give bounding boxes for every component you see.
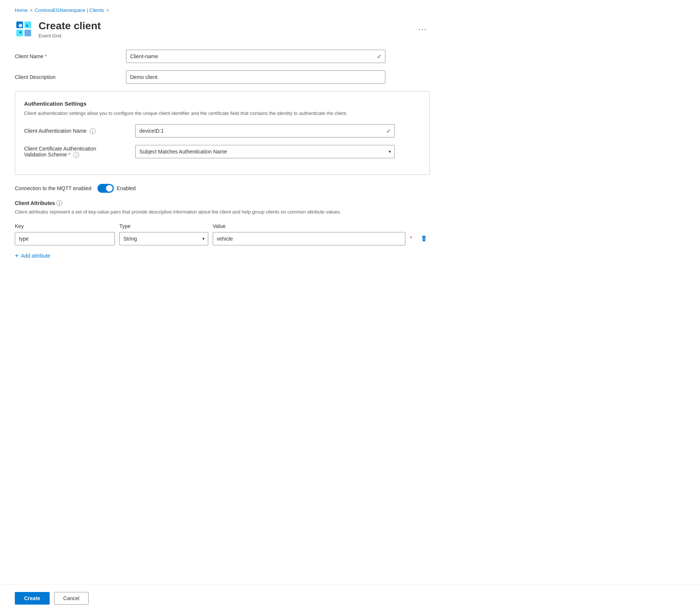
event-grid-icon	[15, 20, 33, 38]
attr-value-input-wrapper	[213, 232, 405, 245]
auth-name-row: Client Authentication Name i ✓	[24, 124, 421, 138]
attr-type-select-wrapper: String Integer Float Boolean ▾	[119, 232, 208, 245]
mqtt-toggle-container: Enabled	[97, 184, 136, 193]
auth-settings-title: Authentication Settings	[24, 100, 421, 107]
client-name-input-wrapper: ✓	[126, 50, 385, 63]
page-header: Create client Event Grid ···	[15, 20, 430, 39]
add-attribute-label: Add attribute	[21, 253, 50, 259]
client-description-input[interactable]	[126, 70, 385, 84]
breadcrumb-home[interactable]: Home	[15, 7, 28, 13]
add-attribute-button[interactable]: + Add attribute	[15, 250, 50, 262]
attr-delete-button[interactable]	[418, 233, 430, 245]
attr-value-header: Value	[213, 223, 430, 229]
page-subtitle: Event Grid	[39, 33, 409, 39]
mqtt-row: Connection to the MQTT enabled Enabled	[15, 184, 430, 193]
page-title-area: Create client Event Grid	[39, 20, 409, 39]
validation-required: *	[69, 152, 70, 158]
validation-scheme-label: Client Certificate Authentication Valida…	[24, 146, 128, 158]
breadcrumb-sep1: >	[30, 8, 33, 13]
auth-settings-box: Authentication Settings Client authentic…	[15, 91, 430, 175]
client-description-row: Client Description	[15, 70, 430, 84]
client-name-required: *	[45, 53, 47, 59]
attr-type-select[interactable]: String Integer Float Boolean	[119, 232, 208, 245]
auth-name-input-wrapper: ✓	[135, 124, 395, 138]
svg-point-4	[19, 24, 22, 27]
auth-name-info-icon[interactable]: i	[90, 128, 96, 134]
validation-scheme-select[interactable]: Subject Matches Authentication Name DNS …	[135, 145, 395, 158]
client-attributes-info-icon[interactable]: i	[56, 200, 62, 206]
page-title: Create client	[39, 20, 409, 32]
cancel-button[interactable]: Cancel	[54, 592, 89, 605]
validation-dropdown-wrapper: Subject Matches Authentication Name DNS …	[135, 145, 395, 158]
trash-icon	[421, 235, 427, 242]
create-button[interactable]: Create	[15, 592, 50, 605]
auth-name-label: Client Authentication Name i	[24, 128, 128, 134]
attr-required-star: *	[410, 235, 412, 242]
client-description-label: Client Description	[15, 74, 119, 80]
mqtt-toggle[interactable]	[97, 184, 114, 193]
add-attribute-plus-icon: +	[15, 252, 19, 260]
mqtt-status-text: Enabled	[117, 185, 136, 191]
svg-point-6	[19, 31, 21, 33]
svg-point-5	[26, 24, 28, 27]
client-name-row: Client Name * ✓	[15, 50, 430, 63]
mqtt-toggle-knob	[106, 185, 113, 192]
more-options-button[interactable]: ···	[415, 23, 430, 35]
validation-scheme-row: Client Certificate Authentication Valida…	[24, 145, 421, 158]
client-attributes-title: Client Attributes i	[15, 200, 430, 206]
mqtt-label: Connection to the MQTT enabled	[15, 185, 92, 191]
auth-settings-desc: Client authentication settings allow you…	[24, 110, 421, 117]
breadcrumb-namespace[interactable]: ContosoEGNamespace | Clients	[35, 7, 104, 13]
attr-key-input-wrapper	[15, 232, 115, 245]
attr-type-header: Type	[119, 223, 208, 229]
client-name-label: Client Name *	[15, 53, 119, 59]
client-attributes-section: Client Attributes i Client attributes re…	[15, 200, 430, 262]
attr-headers: Key Type Value	[15, 223, 430, 229]
footer-bar: Create Cancel	[0, 584, 700, 612]
attr-row-0: String Integer Float Boolean ▾ *	[15, 232, 430, 245]
client-description-input-wrapper	[126, 70, 385, 84]
auth-name-input[interactable]	[135, 124, 395, 138]
svg-rect-3	[24, 30, 31, 36]
attr-key-header: Key	[15, 223, 115, 229]
attr-key-input[interactable]	[15, 232, 115, 245]
attr-value-input[interactable]	[213, 232, 405, 245]
validation-info-icon[interactable]: i	[73, 152, 79, 158]
breadcrumb-sep2: >	[106, 8, 109, 13]
client-name-input[interactable]	[126, 50, 385, 63]
breadcrumb: Home > ContosoEGNamespace | Clients >	[15, 7, 430, 13]
client-attributes-desc: Client attributes represent a set of key…	[15, 208, 430, 216]
